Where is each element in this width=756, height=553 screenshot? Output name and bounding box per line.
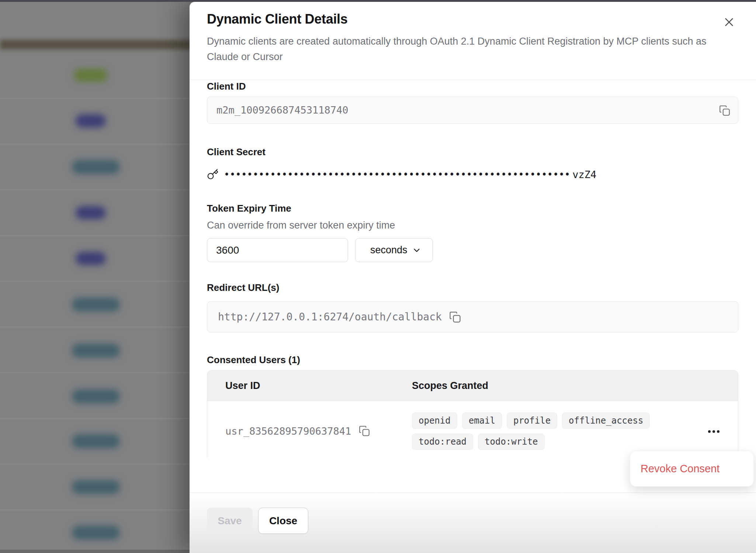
close-button[interactable]: Close <box>258 508 308 534</box>
scope-badge: openid <box>412 413 457 429</box>
client-id-value: m2m_100926687453118740 <box>216 97 348 124</box>
backdrop-row-separator <box>0 144 192 145</box>
backdrop-blurred-badge <box>72 526 120 540</box>
dynamic-client-details-dialog: Dynamic Client Details Dynamic clients a… <box>190 2 756 553</box>
copy-redirect-url-button[interactable] <box>447 309 463 325</box>
save-button[interactable]: Save <box>207 508 253 534</box>
redirect-url-value: http://127.0.0.1:6274/oauth/callback <box>218 311 442 323</box>
token-expiry-unit-select[interactable]: seconds <box>355 238 433 262</box>
backdrop-blurred-badge <box>74 69 108 82</box>
token-expiry-help: Can override from server token expiry ti… <box>207 220 395 231</box>
unit-select-value: seconds <box>370 244 408 256</box>
column-header-user-id: User ID <box>225 371 260 401</box>
scope-badge: todo:read <box>412 434 473 450</box>
consented-users-label: Consented Users (1) <box>207 354 300 366</box>
row-actions-menu: Revoke Consent <box>630 451 754 487</box>
client-secret-suffix: vzZ4 <box>572 169 596 180</box>
backdrop-row-separator <box>0 509 192 510</box>
dialog-title: Dynamic Client Details <box>207 11 348 27</box>
client-id-label: Client ID <box>207 81 246 92</box>
consented-users-table: User ID Scopes Granted usr_8356289579063… <box>207 370 738 460</box>
scope-badge: profile <box>507 413 557 429</box>
backdrop-row-separator <box>0 98 192 99</box>
backdrop-blurred-badge <box>72 389 120 403</box>
backdrop-blurred-badge <box>76 252 106 265</box>
revoke-consent-menu-item[interactable]: Revoke Consent <box>630 463 719 475</box>
scope-badge: email <box>462 413 502 429</box>
backdrop-blurred-badge <box>72 480 120 494</box>
client-secret-label: Client Secret <box>207 146 266 158</box>
client-id-field: m2m_100926687453118740 <box>207 97 738 124</box>
footer-divider <box>190 493 756 493</box>
copy-icon <box>448 310 462 324</box>
backdrop-blurred-badge <box>76 114 106 128</box>
token-expiry-input[interactable] <box>207 238 348 262</box>
token-expiry-label: Token Expiry Time <box>207 203 291 214</box>
scope-badge: todo:write <box>478 434 545 450</box>
backdrop-row-separator <box>0 235 192 236</box>
backdrop-bottom-edge <box>0 550 190 553</box>
backdrop-row-separator <box>0 327 192 327</box>
ellipsis-icon <box>708 430 711 433</box>
column-header-scopes: Scopes Granted <box>412 371 488 401</box>
backdrop-blurred-badge <box>72 160 120 174</box>
key-icon <box>207 168 219 180</box>
backdrop-blurred-badge <box>72 434 120 448</box>
copy-user-id-button[interactable] <box>357 424 372 438</box>
close-icon <box>723 16 735 28</box>
scope-badge: offline_access <box>562 413 650 429</box>
table-header-row: User ID Scopes Granted <box>207 371 738 401</box>
copy-icon <box>718 104 731 117</box>
backdrop-row-separator <box>0 281 192 282</box>
chevron-down-icon <box>412 246 422 255</box>
dialog-description: Dynamic clients are created automaticall… <box>207 34 732 65</box>
user-id-value: usr_83562895790637841 <box>225 425 351 437</box>
screen: Dynamic Client Details Dynamic clients a… <box>0 0 756 553</box>
backdrop-blurred-badge <box>72 298 120 312</box>
client-secret-row: ••••••••••••••••••••••••••••••••••••••••… <box>207 166 596 182</box>
window-top-strip <box>0 0 756 2</box>
copy-icon <box>358 425 371 437</box>
backdrop-row-separator <box>0 418 192 419</box>
backdrop-row-separator <box>0 464 192 465</box>
backdrop-blurred-badge <box>76 206 106 219</box>
user-id-cell: usr_83562895790637841 <box>225 401 372 460</box>
header-divider <box>190 80 756 80</box>
redirect-url-label: Redirect URL(s) <box>207 282 279 293</box>
row-actions-menu-button[interactable] <box>704 425 723 437</box>
close-dialog-button[interactable] <box>721 14 738 31</box>
copy-client-id-button[interactable] <box>717 102 733 119</box>
client-secret-masked: ••••••••••••••••••••••••••••••••••••••••… <box>224 169 570 180</box>
backdrop-row-separator <box>0 372 192 373</box>
redirect-url-field: http://127.0.0.1:6274/oauth/callback <box>207 301 738 333</box>
backdrop-blurred-badge <box>72 344 120 358</box>
backdrop-row-separator <box>0 189 192 190</box>
